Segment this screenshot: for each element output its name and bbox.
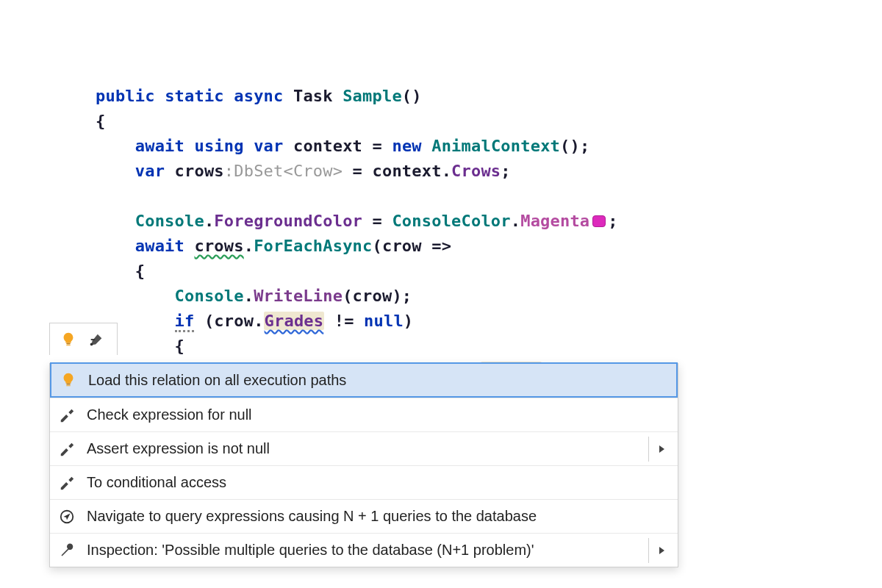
hammer-icon bbox=[59, 407, 75, 423]
type-console: Console bbox=[175, 287, 244, 305]
keyword-await: await bbox=[135, 237, 184, 255]
svg-rect-0 bbox=[66, 343, 71, 344]
popup-label: Load this relation on all execution path… bbox=[88, 372, 346, 389]
paren: ( bbox=[373, 237, 382, 255]
wrench-icon bbox=[59, 542, 75, 559]
navigate-icon bbox=[59, 509, 75, 525]
semicolon: ; bbox=[402, 287, 412, 305]
popup-item-navigate-nplus1[interactable]: Navigate to query expressions causing N … bbox=[50, 499, 678, 533]
popup-item-load-relation[interactable]: Load this relation on all execution path… bbox=[50, 362, 678, 398]
ident-crow: crow bbox=[214, 312, 254, 330]
popup-item-inspection[interactable]: Inspection: 'Possible multiple queries t… bbox=[50, 533, 678, 567]
prop-crows: Crows bbox=[451, 162, 501, 180]
paren: ( bbox=[204, 312, 214, 330]
bulb-icon[interactable] bbox=[60, 331, 76, 348]
dot: . bbox=[511, 212, 520, 230]
type-task: Task bbox=[293, 87, 333, 105]
color-swatch-magenta[interactable] bbox=[592, 215, 606, 227]
keyword-new: new bbox=[392, 137, 421, 155]
dot: . bbox=[254, 312, 263, 330]
svg-rect-2 bbox=[66, 384, 71, 385]
keyword-await: await bbox=[135, 137, 184, 155]
hammer-icon bbox=[59, 441, 75, 457]
ident-crows: crows bbox=[194, 237, 243, 255]
paren: () bbox=[560, 137, 580, 155]
brace-open: { bbox=[135, 262, 145, 280]
semicolon: ; bbox=[580, 137, 589, 155]
popup-label: Check expression for null bbox=[87, 406, 252, 423]
lambda-crow: crow bbox=[382, 237, 422, 255]
quickfix-gutter-header[interactable] bbox=[49, 323, 118, 355]
op-assign: = bbox=[373, 212, 382, 230]
ident-context: context bbox=[373, 162, 442, 180]
prop-grades: Grades bbox=[264, 312, 325, 330]
prop-foregroundcolor: ForegroundColor bbox=[214, 212, 362, 230]
dot: . bbox=[204, 212, 214, 230]
dot: . bbox=[244, 287, 254, 305]
chevron-right-icon bbox=[648, 437, 664, 462]
op-assign: = bbox=[353, 162, 362, 180]
method-sample: Sample bbox=[343, 87, 402, 105]
op-neq: != bbox=[334, 312, 354, 330]
svg-point-1 bbox=[90, 343, 93, 345]
popup-label: Assert expression is not null bbox=[87, 440, 270, 457]
ident-crow: crow bbox=[353, 287, 392, 305]
op-arrow: => bbox=[431, 237, 451, 255]
paren: ) bbox=[392, 287, 401, 305]
method-writeline: WriteLine bbox=[254, 287, 343, 305]
op-assign: = bbox=[373, 137, 382, 155]
ident-context: context bbox=[293, 137, 362, 155]
semicolon: ; bbox=[608, 212, 617, 230]
quickfix-popup: Load this relation on all execution path… bbox=[49, 363, 678, 567]
ident-crows: crows bbox=[175, 162, 224, 180]
paren: ) bbox=[404, 312, 413, 330]
pencil-icon[interactable] bbox=[88, 331, 104, 348]
keyword-using: using bbox=[194, 137, 243, 155]
keyword-var: var bbox=[254, 137, 283, 155]
popup-label: Inspection: 'Possible multiple queries t… bbox=[87, 542, 534, 559]
keyword-async: async bbox=[234, 87, 283, 105]
chevron-right-icon bbox=[648, 538, 664, 563]
code-editor[interactable]: public static async Task Sample() { awai… bbox=[96, 59, 618, 384]
type-consolecolor: ConsoleColor bbox=[392, 212, 510, 230]
keyword-public: public bbox=[96, 87, 155, 105]
keyword-if: if bbox=[175, 312, 195, 332]
popup-item-assert-not-null[interactable]: Assert expression is not null bbox=[50, 431, 678, 465]
method-foreachasync: ForEachAsync bbox=[254, 237, 372, 255]
paren: () bbox=[402, 87, 422, 105]
dot: . bbox=[244, 237, 254, 255]
dot: . bbox=[442, 162, 451, 180]
paren: ( bbox=[343, 287, 352, 305]
popup-label: To conditional access bbox=[87, 474, 226, 491]
popup-label: Navigate to query expressions causing N … bbox=[87, 508, 537, 525]
bulb-icon bbox=[60, 372, 76, 388]
brace-open: { bbox=[96, 112, 105, 130]
popup-item-conditional-access[interactable]: To conditional access bbox=[50, 465, 678, 499]
semicolon: ; bbox=[501, 162, 510, 180]
hammer-icon bbox=[59, 475, 75, 491]
keyword-null: null bbox=[364, 312, 404, 330]
enum-magenta: Magenta bbox=[520, 212, 589, 230]
keyword-static: static bbox=[165, 87, 224, 105]
type-animalcontext: AnimalContext bbox=[431, 137, 560, 155]
brace-open: { bbox=[175, 337, 184, 355]
type-console: Console bbox=[135, 212, 204, 230]
popup-item-check-null[interactable]: Check expression for null bbox=[50, 398, 678, 431]
keyword-var: var bbox=[135, 162, 165, 180]
type-hint: :DbSet<Crow> bbox=[224, 162, 343, 180]
